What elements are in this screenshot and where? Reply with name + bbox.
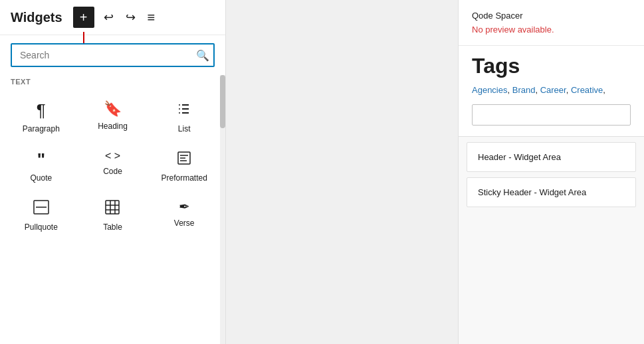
tags-links: Agencies, Brand, Career, Creative, <box>472 84 631 98</box>
widget-list-label: List <box>178 124 191 133</box>
no-preview-text: No preview available. <box>472 25 631 35</box>
widget-paragraph-label: Paragraph <box>23 124 60 133</box>
undo-button[interactable]: ↩ <box>101 7 116 27</box>
search-container: 🔍 <box>0 35 225 75</box>
right-panel: Qode Spacer No preview available. Tags A… <box>458 0 644 344</box>
tags-heading: Tags <box>472 54 631 78</box>
widget-list[interactable]: List <box>148 91 220 140</box>
widget-verse[interactable]: ✒ Verse <box>148 189 220 238</box>
pullquote-icon <box>33 200 49 217</box>
sticky-header-widget-area-label: Sticky Header - Widget Area <box>478 187 586 197</box>
widget-code-label: Code <box>103 167 122 176</box>
sticky-header-widget-area[interactable]: Sticky Header - Widget Area <box>467 177 636 207</box>
middle-panel <box>226 0 458 344</box>
preformatted-icon <box>177 151 191 168</box>
menu-icon: ≡ <box>148 10 156 25</box>
tag-career[interactable]: Career <box>540 85 566 95</box>
search-icon: 🔍 <box>196 50 209 61</box>
widget-table-label: Table <box>103 222 122 232</box>
tag-brand[interactable]: Brand <box>512 85 536 95</box>
table-icon <box>105 200 120 217</box>
menu-button[interactable]: ≡ <box>145 7 158 28</box>
redo-button[interactable]: ↪ <box>123 7 138 27</box>
widget-quote[interactable]: " Quote <box>5 140 77 189</box>
header: Widgets + ↩ ↪ ≡ <box>0 0 225 35</box>
list-icon <box>177 102 191 119</box>
verse-icon: ✒ <box>179 200 190 213</box>
redo-icon: ↪ <box>126 10 136 25</box>
add-widget-button[interactable]: + <box>73 7 94 28</box>
text-section-label: TEXT <box>0 75 225 91</box>
widget-table[interactable]: Table <box>77 189 149 238</box>
scroll-track <box>220 75 225 344</box>
page-title: Widgets <box>11 10 62 25</box>
code-icon: < > <box>105 151 120 161</box>
widget-preformatted-label: Preformatted <box>161 173 207 183</box>
widget-code[interactable]: < > Code <box>77 140 149 189</box>
qode-spacer-section: Qode Spacer No preview available. <box>459 0 644 46</box>
widgets-scroll-area: TEXT ¶ Paragraph 🔖 Heading <box>0 75 225 344</box>
widget-verse-label: Verse <box>174 218 195 228</box>
tag-agencies[interactable]: Agencies <box>472 85 507 95</box>
widget-pullquote-label: Pullquote <box>25 222 58 232</box>
widget-preformatted[interactable]: Preformatted <box>148 140 220 189</box>
search-button[interactable]: 🔍 <box>196 49 209 62</box>
widget-pullquote[interactable]: Pullquote <box>5 189 77 238</box>
qode-spacer-label: Qode Spacer <box>472 11 631 21</box>
widget-paragraph[interactable]: ¶ Paragraph <box>5 91 77 140</box>
paragraph-icon: ¶ <box>37 102 46 119</box>
heading-icon: 🔖 <box>104 102 122 116</box>
widget-heading[interactable]: 🔖 Heading <box>77 91 149 140</box>
tag-creative[interactable]: Creative <box>571 85 603 95</box>
widget-heading-label: Heading <box>98 122 128 131</box>
scroll-thumb[interactable] <box>220 75 225 128</box>
widget-grid: ¶ Paragraph 🔖 Heading <box>0 91 225 238</box>
quote-icon: " <box>37 151 45 168</box>
header-widget-area[interactable]: Header - Widget Area <box>467 142 636 172</box>
left-panel: Widgets + ↩ ↪ ≡ 🔍 TEXT <box>0 0 226 344</box>
plus-icon: + <box>80 11 88 24</box>
svg-rect-12 <box>106 201 119 214</box>
widget-areas-container: Header - Widget Area Sticky Header - Wid… <box>459 137 644 344</box>
widget-quote-label: Quote <box>30 173 52 183</box>
tags-input[interactable] <box>472 104 631 126</box>
header-widget-area-label: Header - Widget Area <box>478 152 561 162</box>
tags-section: Tags Agencies, Brand, Career, Creative, <box>459 46 644 137</box>
app-container: Widgets + ↩ ↪ ≡ 🔍 TEXT <box>0 0 644 344</box>
undo-icon: ↩ <box>104 10 114 25</box>
search-input[interactable] <box>11 43 215 67</box>
